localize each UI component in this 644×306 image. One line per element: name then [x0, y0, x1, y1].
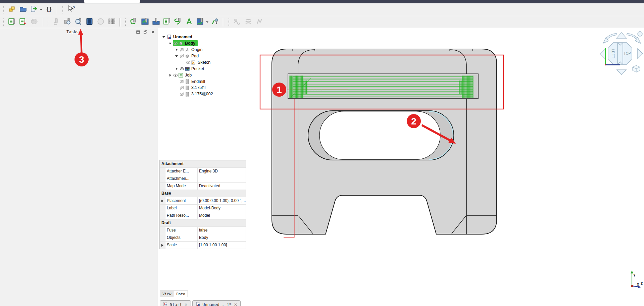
property-row[interactable]: Fusefalse — [160, 227, 246, 234]
tree-item-content[interactable]: 3.175粗002 — [179, 91, 215, 97]
tree-caret-right-icon[interactable] — [174, 66, 179, 71]
property-row[interactable]: Scale[1.00 1.00 1.00] — [160, 242, 246, 249]
cam-inspect-gcode-button[interactable] — [30, 17, 39, 27]
property-expander-icon[interactable] — [160, 242, 165, 249]
tree-item-3-175-002[interactable]: 3.175粗002 — [160, 91, 248, 97]
model-stool[interactable] — [272, 49, 497, 238]
tree-caret-down-icon[interactable] — [174, 53, 179, 59]
property-group-draft[interactable]: Draft — [160, 219, 246, 227]
property-row[interactable]: Path Reso...Model — [160, 212, 246, 219]
cam-drilling-button[interactable] — [151, 17, 161, 27]
tree-item-pad[interactable]: Pad — [160, 53, 248, 59]
tab-close-icon[interactable]: ✕ — [234, 302, 237, 306]
panel-close-icon[interactable] — [150, 30, 155, 34]
tree-item-unnamed[interactable]: Unnamed — [160, 34, 248, 40]
panel-float-icon[interactable] — [143, 30, 148, 34]
cam-post-process-button[interactable] — [18, 17, 28, 27]
panel-minimize-icon[interactable] — [136, 30, 140, 34]
cam-profile-button[interactable] — [162, 17, 172, 27]
cam-vcarve-button[interactable] — [210, 17, 220, 27]
property-value[interactable]: Model — [198, 212, 246, 219]
tree-selection-highlight[interactable]: Body — [173, 40, 198, 46]
cam-simulator-button[interactable] — [74, 17, 83, 27]
tab-data[interactable]: Data — [174, 291, 188, 297]
tree-item-content[interactable]: Unnamed — [166, 34, 195, 40]
cam-engrave-button[interactable] — [196, 17, 205, 27]
document-tab-unnamed-1-[interactable]: Unnamed : 1*✕ — [192, 300, 241, 306]
toolbar-drag-handle[interactable] — [125, 18, 127, 26]
cam-engrave-dropdown-caret-icon[interactable] — [206, 17, 209, 27]
property-value[interactable]: Model-Body — [198, 205, 246, 212]
property-row[interactable]: LabelModel-Body — [160, 205, 246, 212]
export-file-button[interactable] — [30, 5, 39, 14]
cam-toolbit-dock-button[interactable] — [85, 17, 94, 27]
property-row[interactable]: ObjectsBody — [160, 234, 246, 242]
tree-item-content[interactable]: Job — [173, 72, 194, 78]
tree-item-endmill[interactable]: Endmill — [160, 78, 248, 85]
tree-item-origin[interactable]: Origin — [160, 46, 248, 53]
cam-stock-button[interactable] — [96, 17, 105, 27]
tree-item-content[interactable]: 3.175粗 — [179, 85, 208, 91]
tree-caret-right-icon[interactable] — [167, 72, 173, 78]
property-expander-icon[interactable] — [160, 197, 165, 204]
document-tab-start[interactable]: Start✕ — [160, 300, 191, 306]
cam-dressup-zigzag-button[interactable] — [255, 17, 264, 27]
model-tree: UnnamedBodyOriginPadSketchPocketJobEndmi… — [160, 34, 248, 97]
property-value[interactable]: false — [198, 227, 246, 234]
menu-search-input[interactable] — [84, 0, 140, 3]
new-document-button[interactable] — [7, 5, 17, 14]
model-handle-slot[interactable] — [308, 111, 454, 160]
tree-item-content[interactable]: Pad — [179, 53, 201, 59]
property-group-attachment[interactable]: Attachment — [160, 160, 246, 168]
tree-item-content[interactable]: Origin — [179, 47, 205, 52]
cam-toolbit-library-button[interactable] — [107, 17, 116, 27]
property-value[interactable]: [1.00 1.00 1.00] — [198, 242, 246, 249]
property-value[interactable]: Engine 3D — [198, 168, 246, 175]
property-group-label: Draft — [160, 219, 172, 226]
tree-item-content[interactable]: Sketch — [186, 59, 213, 65]
navigation-cube[interactable]: LEFT TOP — [600, 32, 643, 75]
cam-probe-button[interactable] — [63, 17, 72, 27]
nav-face-top-label[interactable]: TOP — [624, 51, 631, 55]
toolbar-drag-handle[interactable] — [228, 18, 230, 26]
nav-face-left-label[interactable]: LEFT — [611, 49, 615, 58]
tree-item-job[interactable]: Job — [160, 72, 248, 78]
property-value[interactable] — [198, 175, 246, 182]
tree-item-body[interactable]: Body — [160, 40, 248, 46]
tree-caret-down-icon[interactable] — [161, 34, 166, 40]
tree-caret-right-icon[interactable] — [174, 47, 179, 52]
cam-face-button[interactable] — [129, 17, 139, 27]
property-row[interactable]: Map ModeDeactivated — [160, 183, 246, 190]
toolbar-drag-handle[interactable] — [47, 18, 49, 26]
cam-helix-button[interactable] — [174, 17, 183, 27]
property-row[interactable]: Attacher E...Engine 3D — [160, 168, 246, 175]
toolbar-drag-handle[interactable] — [62, 6, 64, 14]
property-row[interactable]: Attachmen... — [160, 175, 246, 183]
cam-adaptive-button[interactable] — [185, 17, 194, 27]
cam-dressup-boundary-button[interactable] — [233, 17, 242, 27]
tree-item-content[interactable]: Pocket — [179, 66, 206, 71]
tree-caret-down-icon[interactable] — [167, 41, 173, 46]
tab-close-icon[interactable]: ✕ — [184, 302, 188, 306]
property-group-base[interactable]: Base — [160, 190, 246, 197]
property-value[interactable]: Body — [198, 234, 246, 241]
tree-spacer — [174, 85, 179, 91]
cam-pocket-3d-button[interactable] — [140, 17, 150, 27]
property-row[interactable]: Placement[(0.00 0.00 1.00); 0.00 °; ... — [160, 197, 246, 205]
property-value[interactable]: [(0.00 0.00 1.00); 0.00 °; ... — [198, 197, 246, 204]
tab-view[interactable]: View — [160, 291, 174, 297]
cam-toolbit-button[interactable] — [52, 17, 61, 27]
cam-job-button[interactable] — [7, 17, 17, 27]
export-file-dropdown-caret-icon[interactable] — [40, 5, 43, 14]
toolbar-drag-handle[interactable] — [3, 18, 5, 26]
property-value[interactable]: Deactivated — [198, 183, 246, 190]
whats-this-help-button[interactable]: ? — [66, 5, 76, 14]
tree-item-sketch[interactable]: Sketch — [160, 59, 248, 65]
tree-item-content[interactable]: Endmill — [179, 79, 207, 84]
toolbar-drag-handle[interactable] — [3, 6, 5, 14]
tree-item-3-175-[interactable]: 3.175粗 — [160, 85, 248, 91]
tree-item-pocket[interactable]: Pocket — [160, 65, 248, 72]
open-folder-button[interactable] — [18, 5, 28, 14]
expression-macro-button[interactable]: {} — [44, 5, 54, 14]
cam-dressup-multipass-button[interactable] — [244, 17, 253, 27]
